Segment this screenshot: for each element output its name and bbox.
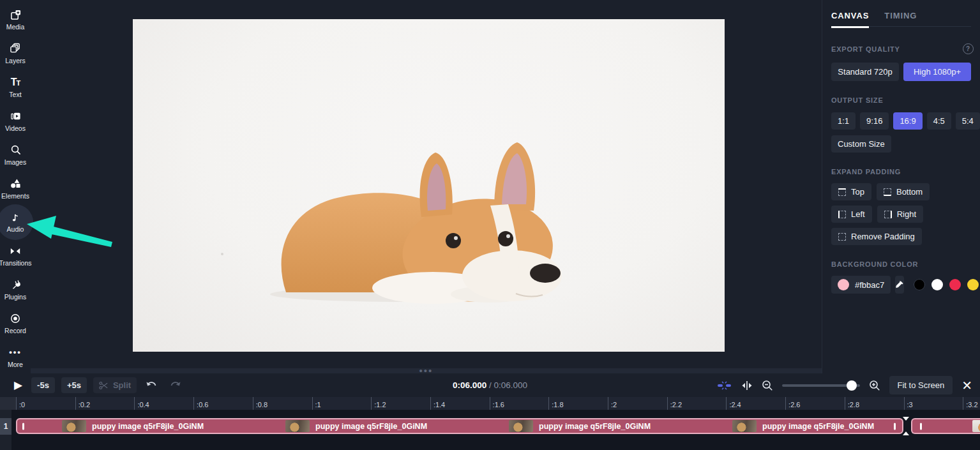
padding-buttons: TopBottomLeftRightRemove Padding bbox=[831, 183, 971, 245]
timeline-ruler[interactable]: :0:0.2:0.4:0.6:0.8:1:1.2:1.4:1.6:1.8:2:2… bbox=[0, 397, 980, 410]
ruler-tick: :2.4 bbox=[726, 397, 741, 410]
quality-high-1080p-button[interactable]: High 1080p+ bbox=[903, 63, 971, 81]
padding-button-label: Left bbox=[851, 209, 865, 219]
clip-thumbnail bbox=[509, 420, 533, 432]
timeline-resize-handle[interactable]: ••• bbox=[31, 368, 822, 373]
ratio-9-16-button[interactable]: 9:16 bbox=[860, 112, 889, 130]
preset-color-2[interactable] bbox=[949, 279, 961, 290]
redo-button[interactable] bbox=[167, 380, 184, 391]
timeline-clip[interactable] bbox=[911, 418, 980, 434]
quality-standard-720p-button[interactable]: Standard 720p bbox=[831, 63, 899, 81]
preset-color-0[interactable] bbox=[914, 279, 925, 290]
clip-trim-handle-right[interactable] bbox=[894, 423, 896, 430]
skip-back-button[interactable]: -5s bbox=[31, 377, 55, 393]
ruler-tick-label: :1.4 bbox=[433, 401, 445, 409]
ratio-5-4-button[interactable]: 5:4 bbox=[956, 112, 980, 130]
clip-label: puppy image q5rF8jIe_0GiNM bbox=[315, 422, 427, 431]
padding-bottom-button[interactable]: Bottom bbox=[877, 183, 930, 200]
timeline-tracks: 1 puppy image q5rF8jIe_0GiNMpuppy image … bbox=[0, 410, 980, 450]
sidebar-item-media[interactable]: Media bbox=[0, 9, 31, 31]
ruler-tick: :1.6 bbox=[490, 397, 504, 410]
undo-icon bbox=[146, 380, 158, 389]
padding-left-button[interactable]: Left bbox=[831, 206, 872, 223]
clip-label: puppy image q5rF8jIe_0GiNM bbox=[92, 422, 204, 431]
padding-right-button[interactable]: Right bbox=[877, 206, 923, 223]
background-color-section-label: BACKGROUND COLOR bbox=[831, 260, 971, 268]
sidebar-item-layers[interactable]: Layers bbox=[0, 43, 31, 64]
sidebar-item-label: More bbox=[8, 361, 23, 368]
clip-segment: puppy image q5rF8jIe_0GiNM bbox=[285, 419, 427, 433]
ruler-tick: :1.8 bbox=[548, 397, 563, 410]
timeline-zoom-slider[interactable] bbox=[782, 384, 860, 387]
sidebar-item-label: Images bbox=[4, 158, 26, 166]
zoom-slider-knob[interactable] bbox=[847, 380, 857, 391]
ratio-4-5-button[interactable]: 4:5 bbox=[927, 112, 951, 130]
padding-row: TopBottom bbox=[831, 183, 971, 200]
trim-mode-toggle[interactable] bbox=[741, 380, 753, 391]
corgi-puppy-image bbox=[133, 19, 725, 352]
sidebar-item-audio[interactable]: Audio bbox=[0, 211, 31, 233]
tab-canvas[interactable]: CANVAS bbox=[831, 11, 869, 26]
timeline-clip[interactable]: puppy image q5rF8jIe_0GiNMpuppy image q5… bbox=[16, 418, 903, 434]
ruler-tick: :1.4 bbox=[430, 397, 445, 410]
padding-button-label: Top bbox=[851, 187, 864, 197]
ratio-1-1-button[interactable]: 1:1 bbox=[831, 112, 856, 130]
sidebar-item-label: Record bbox=[4, 327, 26, 334]
padding-right-icon bbox=[884, 211, 892, 218]
ruler-tick-label: :1.6 bbox=[493, 401, 504, 409]
custom-size-button[interactable]: Custom Size bbox=[831, 135, 891, 153]
redo-icon bbox=[169, 380, 181, 389]
transitions-icon bbox=[10, 245, 21, 257]
sidebar-item-images[interactable]: Images bbox=[0, 144, 31, 166]
clip-thumbnail bbox=[62, 420, 86, 432]
ratio-16-9-button[interactable]: 16:9 bbox=[893, 112, 922, 130]
sidebar-item-elements[interactable]: Elements bbox=[0, 178, 31, 200]
ruler-tick-label: :1 bbox=[315, 401, 321, 409]
sidebar-item-transitions[interactable]: Transitions bbox=[0, 245, 31, 267]
play-button[interactable]: ▶ bbox=[11, 380, 25, 391]
ruler-tick-label: :1.8 bbox=[552, 401, 563, 409]
eyedropper-icon bbox=[895, 280, 904, 289]
background-color-swatch-button[interactable]: #fbbac7 bbox=[831, 276, 891, 294]
padding-remove-padding-button[interactable]: Remove Padding bbox=[831, 228, 922, 245]
sidebar-item-record[interactable]: Record bbox=[0, 313, 31, 334]
preset-color-1[interactable] bbox=[931, 279, 943, 290]
zoom-out-icon bbox=[762, 380, 773, 391]
split-button[interactable]: Split bbox=[93, 377, 137, 393]
tutorial-arrow bbox=[23, 209, 132, 251]
clip-segment: puppy image q5rF8jIe_0GiNM bbox=[509, 419, 651, 433]
time-display: 0:06.000 / 0:06.000 bbox=[453, 380, 527, 390]
snap-toggle[interactable] bbox=[717, 381, 732, 390]
transition-marker[interactable] bbox=[901, 417, 910, 435]
plug-icon bbox=[10, 279, 21, 290]
ruler-tick-label: :0.8 bbox=[256, 401, 268, 409]
sidebar-item-videos[interactable]: Videos bbox=[0, 110, 31, 132]
track-number-label: 1 bbox=[0, 418, 11, 435]
background-color-controls: #fbbac7 bbox=[831, 276, 971, 294]
ruler-tick: :2.8 bbox=[845, 397, 859, 410]
clip-trim-handle-left[interactable] bbox=[22, 423, 24, 430]
tab-timing[interactable]: TIMING bbox=[884, 11, 917, 26]
fit-to-screen-button[interactable]: Fit to Screen bbox=[889, 376, 953, 394]
skip-forward-button[interactable]: +5s bbox=[61, 377, 87, 393]
canvas-preview[interactable] bbox=[133, 19, 725, 352]
sidebar-item-plugins[interactable]: Plugins bbox=[0, 279, 31, 301]
ruler-tick: :1.2 bbox=[371, 397, 386, 410]
zoom-in-button[interactable] bbox=[869, 380, 880, 391]
zoom-out-button[interactable] bbox=[762, 380, 773, 391]
ruler-tick-label: :0.2 bbox=[79, 401, 90, 409]
help-icon[interactable]: ? bbox=[963, 43, 974, 54]
sidebar-item-more[interactable]: •••More bbox=[0, 347, 31, 368]
canvas-settings-panel: CANVAS TIMING EXPORT QUALITY ? Standard … bbox=[822, 0, 980, 373]
sidebar-item-text[interactable]: TTText bbox=[0, 77, 31, 98]
clip-thumbnail bbox=[732, 420, 757, 432]
close-timeline-button[interactable]: ✕ bbox=[961, 379, 972, 392]
padding-none-icon bbox=[838, 233, 846, 241]
eyedropper-button[interactable] bbox=[895, 276, 904, 294]
ruler-tick-label: :0.6 bbox=[197, 401, 208, 409]
clip-trim-handle-left[interactable] bbox=[920, 423, 922, 430]
preset-color-3[interactable] bbox=[967, 279, 979, 290]
padding-top-button[interactable]: Top bbox=[831, 183, 871, 200]
undo-button[interactable] bbox=[143, 380, 160, 391]
ruler-tick-label: :3.2 bbox=[966, 401, 977, 409]
